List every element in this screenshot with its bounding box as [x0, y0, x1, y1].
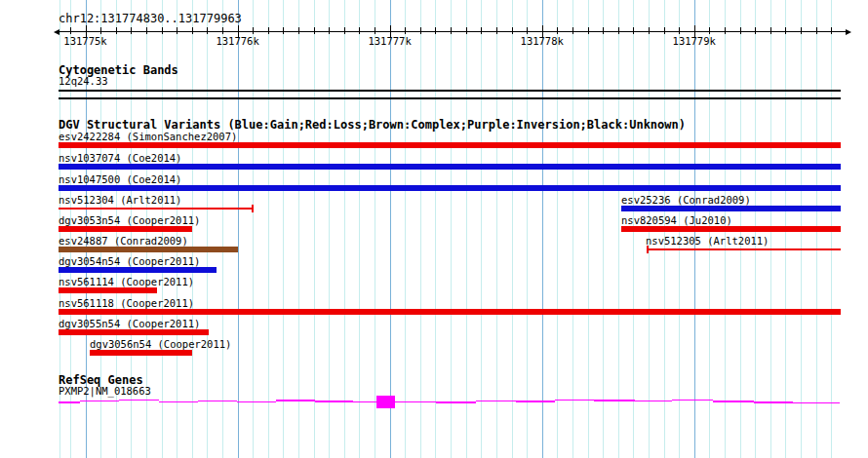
gene-line-segment[interactable] [353, 401, 376, 403]
gene-line-segment[interactable] [237, 401, 276, 403]
gene-line-segment[interactable] [159, 401, 198, 403]
gene-line-segment[interactable] [793, 402, 840, 404]
gene-line-segment[interactable] [476, 401, 516, 402]
gene-exon-box[interactable] [376, 396, 395, 408]
gene-line-segment[interactable] [119, 400, 159, 401]
gene-line-segment[interactable] [80, 401, 119, 402]
gene-line-segment[interactable] [276, 400, 315, 401]
gene-line-segment[interactable] [594, 400, 635, 401]
gene-line-segment[interactable] [198, 401, 237, 402]
gene-line-segment[interactable] [59, 401, 80, 403]
gene-line-segment[interactable] [635, 401, 672, 402]
gene-line-segment[interactable] [672, 400, 713, 401]
genome-browser-view: chr12:131774830..131779963 131775k131776… [0, 0, 868, 458]
gene-line-segment[interactable] [395, 401, 436, 403]
gene-line-segment[interactable] [555, 400, 594, 401]
gene-line-segment[interactable] [713, 401, 754, 402]
gene-line-segment[interactable] [516, 401, 555, 402]
gene-line-segment[interactable] [754, 401, 793, 403]
refseq-gene-track [0, 0, 868, 458]
gene-line-segment[interactable] [315, 401, 353, 402]
gene-line-segment[interactable] [436, 401, 476, 403]
